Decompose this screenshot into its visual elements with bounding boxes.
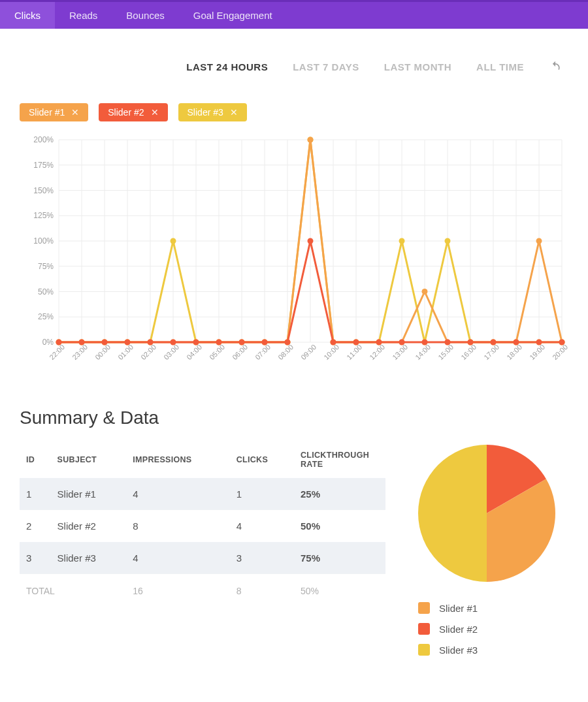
cell-clicks: 4 (230, 510, 294, 542)
table-row: 2Slider #28450% (20, 510, 385, 542)
pie-slice-slider-3 (418, 445, 487, 582)
table-row: 3Slider #34375% (20, 542, 385, 574)
cell-impressions: 4 (126, 542, 229, 574)
data-point (514, 340, 519, 345)
data-point (56, 340, 62, 345)
chip-slider-3[interactable]: Slider #3✕ (178, 103, 247, 121)
data-point (536, 340, 542, 345)
data-point (559, 340, 565, 345)
svg-text:50%: 50% (38, 287, 54, 296)
line-chart: 0%25%50%75%100%125%150%175%200%22:0023:0… (20, 133, 568, 375)
svg-text:100%: 100% (33, 236, 54, 246)
filter-chips-row: Slider #1✕Slider #2✕Slider #3✕ (20, 103, 568, 121)
legend-label: Slider #3 (439, 645, 478, 656)
data-point (308, 238, 314, 244)
cell-ctr: 50% (294, 510, 385, 542)
svg-text:11:00: 11:00 (345, 343, 363, 361)
summary-table: IDSUBJECTIMPRESSIONSCLICKSCLICKTHROUGH R… (20, 441, 385, 608)
data-point (193, 340, 199, 345)
svg-text:25%: 25% (38, 312, 54, 321)
section-title: Summary & Data (20, 407, 568, 428)
svg-text:200%: 200% (33, 135, 54, 144)
data-point (445, 238, 451, 244)
data-point (171, 238, 176, 244)
chip-label: Slider #2 (108, 107, 144, 118)
cell-subject: Slider #1 (51, 478, 127, 510)
svg-text:14:00: 14:00 (414, 343, 432, 361)
data-point (308, 137, 314, 143)
data-point (216, 340, 222, 345)
data-point (536, 238, 542, 244)
range-last-month[interactable]: LAST MONTH (384, 61, 451, 72)
data-point (399, 340, 405, 345)
time-range-row: LAST 24 HOURSLAST 7 DAYSLAST MONTHALL TI… (20, 42, 568, 88)
svg-text:23:00: 23:00 (71, 343, 89, 361)
col-subject: SUBJECT (51, 441, 127, 478)
data-point (331, 340, 336, 345)
cell-id: 3 (20, 542, 51, 574)
svg-text:09:00: 09:00 (299, 343, 318, 361)
data-point (102, 340, 108, 345)
svg-text:150%: 150% (33, 186, 54, 195)
chip-label: Slider #1 (29, 107, 65, 118)
chip-slider-1[interactable]: Slider #1✕ (20, 103, 88, 121)
svg-text:06:00: 06:00 (231, 343, 249, 361)
legend-item: Slider #3 (418, 644, 478, 656)
data-point (353, 340, 359, 345)
tab-goal-engagement[interactable]: Goal Engagement (179, 2, 287, 29)
svg-text:75%: 75% (38, 262, 54, 271)
tab-clicks[interactable]: Clicks (0, 2, 55, 29)
data-point (422, 289, 428, 295)
svg-text:08:00: 08:00 (276, 343, 295, 361)
cell-ctr: 25% (294, 478, 385, 510)
svg-text:20:00: 20:00 (551, 343, 568, 361)
svg-text:05:00: 05:00 (208, 343, 226, 361)
col-impressions: IMPRESSIONS (126, 441, 229, 478)
cell-id: 2 (20, 510, 51, 542)
svg-text:04:00: 04:00 (185, 343, 203, 361)
range-last-24-hours[interactable]: LAST 24 HOURS (186, 61, 268, 72)
close-icon[interactable]: ✕ (230, 107, 238, 118)
legend-label: Slider #2 (439, 624, 478, 635)
tab-bounces[interactable]: Bounces (112, 2, 178, 29)
range-all-time[interactable]: ALL TIME (476, 61, 524, 72)
svg-text:10:00: 10:00 (322, 343, 340, 361)
svg-text:15:00: 15:00 (436, 343, 455, 361)
col-id: ID (20, 441, 51, 478)
svg-text:01:00: 01:00 (116, 343, 135, 361)
chip-slider-2[interactable]: Slider #2✕ (99, 103, 167, 121)
data-point (239, 340, 245, 345)
cell-subject: Slider #2 (51, 510, 127, 542)
data-point (376, 340, 382, 345)
close-icon[interactable]: ✕ (71, 107, 79, 118)
svg-text:0%: 0% (42, 338, 54, 347)
cell-ctr: 75% (294, 542, 385, 574)
svg-text:17:00: 17:00 (482, 343, 500, 361)
pie-legend: Slider #1Slider #2Slider #3 (418, 602, 478, 656)
data-point (171, 340, 176, 345)
footer-impressions: 16 (126, 574, 229, 608)
data-point (468, 340, 474, 345)
chip-label: Slider #3 (188, 107, 223, 118)
col-clicks: CLICKS (230, 441, 294, 478)
svg-text:18:00: 18:00 (505, 343, 523, 361)
pie-column: Slider #1Slider #2Slider #3 (405, 441, 568, 656)
col-clickthrough-rate: CLICKTHROUGH RATE (294, 441, 385, 478)
legend-swatch (418, 644, 430, 656)
svg-text:175%: 175% (33, 161, 54, 170)
cell-id: 1 (20, 478, 51, 510)
data-point (79, 340, 85, 345)
svg-text:12:00: 12:00 (368, 343, 386, 361)
legend-label: Slider #1 (439, 603, 478, 614)
cell-clicks: 1 (230, 478, 294, 510)
tab-reads[interactable]: Reads (55, 2, 112, 29)
svg-text:03:00: 03:00 (162, 343, 180, 361)
close-icon[interactable]: ✕ (151, 107, 159, 118)
range-last-7-days[interactable]: LAST 7 DAYS (293, 61, 359, 72)
top-tabs: ClicksReadsBouncesGoal Engagement (0, 0, 588, 29)
footer-total-label: TOTAL (20, 574, 126, 608)
cell-impressions: 8 (126, 510, 229, 542)
svg-text:13:00: 13:00 (391, 343, 409, 361)
svg-text:02:00: 02:00 (139, 343, 157, 361)
refresh-icon[interactable] (549, 60, 562, 73)
